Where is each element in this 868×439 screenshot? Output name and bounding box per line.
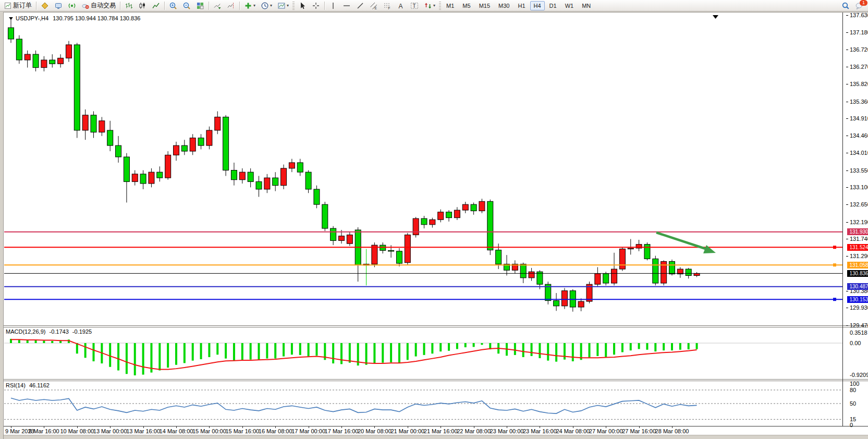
price-tick-label: 137.630 <box>850 12 868 18</box>
auto-scroll-button[interactable] <box>211 0 224 11</box>
macd-main-value: -0.1743 <box>49 328 68 335</box>
templates-button[interactable]: ▾ <box>275 0 291 11</box>
macd-pane <box>4 339 842 375</box>
chart-window[interactable]: USDJPY-,H4 130.795 130.944 130.784 130.8… <box>3 12 868 439</box>
time-label: 13 Mar 00:00 <box>93 428 127 434</box>
toolbar-separator <box>324 2 325 10</box>
macd-bar <box>572 343 574 361</box>
macd-bar <box>431 343 433 353</box>
time-tick <box>242 426 243 428</box>
line-chart-button[interactable] <box>150 0 162 11</box>
cursor-button[interactable] <box>296 0 309 11</box>
macd-bar <box>184 343 186 363</box>
hline-handle[interactable] <box>833 263 836 266</box>
zoom-in-icon <box>169 2 177 10</box>
chart-plot[interactable] <box>4 13 868 439</box>
svg-text:A: A <box>399 2 403 9</box>
trendline-button[interactable] <box>354 0 366 11</box>
bar-chart-icon <box>125 2 133 10</box>
horizontal-line-button[interactable] <box>340 0 353 11</box>
hlines-layer[interactable] <box>4 232 842 301</box>
rsi-line <box>11 398 697 413</box>
time-label: 23 Mar 00:00 <box>490 428 524 434</box>
macd-bar <box>158 343 161 370</box>
macd-bar <box>299 343 301 355</box>
timeframe-m15-button[interactable]: M15 <box>475 1 494 10</box>
macd-bar <box>621 343 624 352</box>
macd-bar <box>27 340 29 343</box>
periods-button[interactable]: ▾ <box>259 0 274 11</box>
bar-chart-button[interactable] <box>123 0 135 11</box>
tile-windows-button[interactable] <box>194 0 206 11</box>
macd-bar <box>241 343 243 360</box>
price-tick <box>846 170 848 171</box>
chevron-down-icon[interactable]: ▾ <box>287 3 289 8</box>
chevron-down-icon[interactable]: ▾ <box>270 3 272 8</box>
arrows-button[interactable]: ▾ <box>422 0 437 11</box>
timeframe-h1-button[interactable]: H1 <box>514 1 529 10</box>
gold-cube-button[interactable] <box>39 0 51 11</box>
vertical-line-button[interactable] <box>327 0 339 11</box>
window-bottom-strip <box>4 435 868 439</box>
chart-menu-icon[interactable] <box>9 17 13 20</box>
time-tick <box>176 426 177 428</box>
price-tick <box>846 291 848 291</box>
price-badge-130.836: 130.836 <box>847 270 868 277</box>
time-axis-line <box>4 426 868 426</box>
candlestick-chart-button[interactable] <box>136 0 149 11</box>
time-tick <box>573 426 573 428</box>
equidistant-channel-button[interactable]: E <box>368 0 380 11</box>
timeframe-d1-button[interactable]: D1 <box>546 1 560 10</box>
hline-handle[interactable] <box>833 246 836 249</box>
pane-separator-macd[interactable] <box>4 325 868 327</box>
fibonacci-button[interactable]: F <box>381 0 394 11</box>
time-tick <box>44 426 44 428</box>
macd-bar <box>365 343 368 365</box>
search-button[interactable] <box>839 0 852 11</box>
toolbar-grip[interactable] <box>292 2 295 10</box>
timeframe-w1-button[interactable]: W1 <box>561 1 578 10</box>
indicators-button[interactable]: ▾ <box>242 0 258 11</box>
chevron-down-icon[interactable]: ▾ <box>433 3 435 8</box>
macd-bar <box>117 343 119 370</box>
notifications-button[interactable]: 1 <box>853 0 865 11</box>
text-label-button[interactable]: T <box>408 0 421 11</box>
new-order-button[interactable]: 新订单 <box>2 0 34 11</box>
zoom-in-button[interactable] <box>167 0 179 11</box>
svg-text:E: E <box>375 6 377 9</box>
indicators-icon <box>244 2 252 10</box>
macd-signal-value: -0.1925 <box>72 328 92 335</box>
timeframe-m5-button[interactable]: M5 <box>459 1 474 10</box>
crosshair-button[interactable] <box>310 0 322 11</box>
macd-bar <box>283 343 285 357</box>
hline-handle[interactable] <box>833 298 836 301</box>
macd-bar <box>266 343 268 359</box>
time-tick <box>441 426 441 428</box>
timeframe-mn-button[interactable]: MN <box>578 1 594 10</box>
timeframe-m30-button[interactable]: M30 <box>495 1 513 10</box>
chart-shift-button[interactable] <box>225 0 237 11</box>
autotrading-button[interactable]: 自动交易 <box>79 0 118 11</box>
macd-bar <box>192 343 194 361</box>
rsi-header: RSI(14) 46.1162 <box>6 382 50 388</box>
time-tick <box>606 426 606 428</box>
macd-bar <box>76 343 78 353</box>
chart-shift-marker[interactable] <box>713 15 718 19</box>
chevron-down-icon[interactable]: ▾ <box>253 3 255 8</box>
time-label: 21 Mar 16:00 <box>424 428 458 434</box>
toolbar-grip[interactable] <box>439 2 441 10</box>
pane-separator-rsi[interactable] <box>4 379 868 381</box>
timeframe-m1-button[interactable]: M1 <box>443 1 458 10</box>
signals-button[interactable] <box>66 0 78 11</box>
trendline-icon <box>356 2 364 10</box>
timeframe-h4-button[interactable]: H4 <box>530 1 545 10</box>
toolbar-separator <box>120 2 120 10</box>
price-tick <box>846 239 848 239</box>
price-tick-label: 134.910 <box>850 115 868 121</box>
trend-arrow-annotation[interactable] <box>656 233 716 253</box>
chart-shift-icon <box>227 2 235 10</box>
terminal-button[interactable] <box>52 0 65 11</box>
price-tick-label: 136.270 <box>850 64 868 70</box>
zoom-out-button[interactable] <box>180 0 193 11</box>
text-button[interactable]: A <box>395 0 407 11</box>
